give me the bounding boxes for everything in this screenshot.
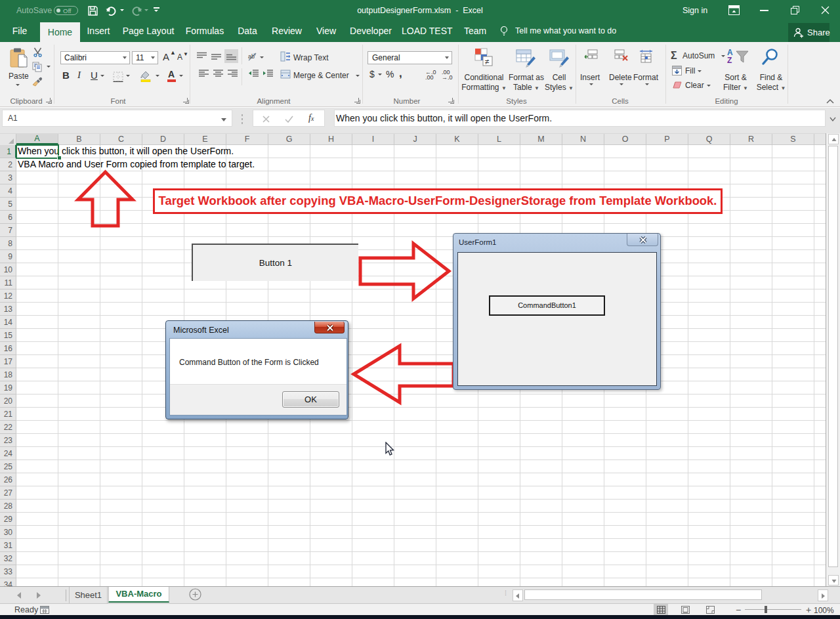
- svg-text:ab: ab: [248, 53, 255, 60]
- svg-text:≠: ≠: [485, 57, 490, 66]
